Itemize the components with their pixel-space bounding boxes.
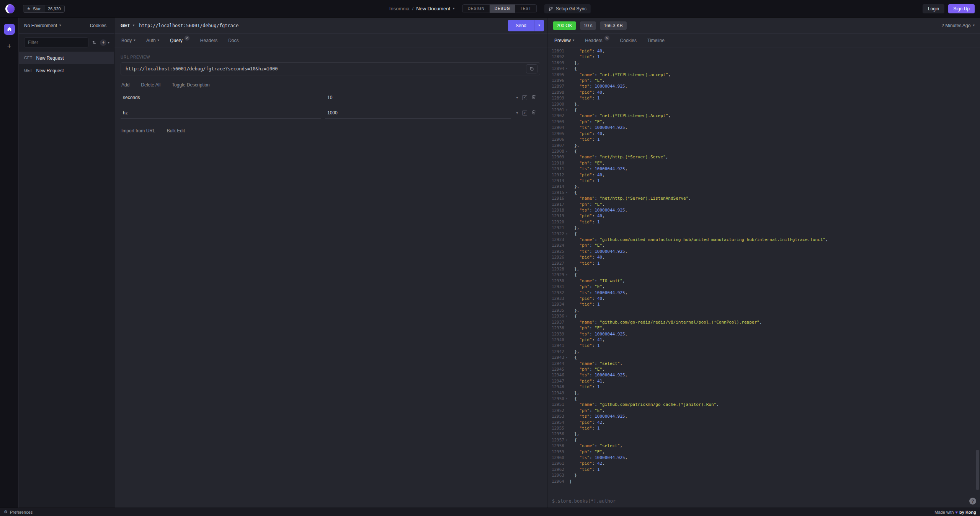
github-star-button[interactable]: ★ Star [23, 5, 44, 12]
cookies-link[interactable]: Cookies [90, 23, 106, 28]
request-list-item[interactable]: GETNew Request [19, 64, 114, 77]
request-method-label: GET [24, 56, 32, 60]
chevron-down-icon: ▾ [973, 24, 975, 27]
request-footer-links: Import from URLBulk Edit [121, 128, 540, 133]
response-filter-bar: ? [547, 494, 980, 508]
param-name-input[interactable]: seconds [121, 92, 321, 103]
plus-icon: + [7, 42, 11, 50]
code-line: 12948 "tid": 1 [547, 384, 980, 390]
chevron-down-icon[interactable]: ▾ [516, 96, 518, 99]
url-preview-box: http://localhost:56001/debug/fgtrace?sec… [121, 62, 540, 75]
insomnia-logo-icon[interactable] [5, 4, 15, 13]
param-enabled-checkbox[interactable]: ✓ [522, 95, 527, 100]
setup-git-sync-button[interactable]: Setup Git Sync [544, 4, 591, 13]
sidebar-filter-input[interactable] [24, 37, 88, 47]
param-value-input[interactable]: 10 [325, 92, 511, 103]
tab-docs[interactable]: Docs [223, 34, 244, 47]
topbar-right: Login Sign Up [923, 4, 975, 13]
mode-tab-design[interactable]: DESIGN [463, 5, 490, 13]
code-line: 12952 "ph": "E", [547, 408, 980, 413]
preferences-button[interactable]: ⚙ Preferences [4, 510, 33, 514]
param-row: hz1000▾✓ [121, 105, 540, 120]
tab-label: Headers [200, 38, 217, 43]
sidebar-filter-row: + ▾ [19, 34, 114, 50]
tab-preview[interactable]: Preview▾ [549, 34, 580, 47]
create-request-button[interactable]: + ▾ [100, 39, 109, 46]
method-selector[interactable]: GET ▾ [114, 23, 139, 28]
url-input[interactable]: http://localhost:56001/debug/fgtrace [139, 23, 505, 28]
mode-tab-debug[interactable]: DEBUG [490, 5, 515, 13]
code-line: 12897 "ts": 10000044.925, [547, 83, 980, 89]
signup-button[interactable]: Sign Up [948, 4, 975, 13]
request-list-item[interactable]: GETNew Request [19, 52, 114, 64]
param-name-input[interactable]: hz [121, 107, 321, 119]
tab-label: Body [121, 38, 132, 43]
star-count[interactable]: 26,320 [44, 5, 64, 12]
tab-label: Docs [228, 38, 238, 43]
request-name: New Request [36, 68, 64, 73]
tab-badge: 2 [185, 36, 189, 41]
history-label: 2 Minutes Ago [941, 23, 970, 28]
chevron-down-icon: ▾ [133, 24, 135, 27]
tab-label: Headers [585, 38, 602, 43]
response-body[interactable]: 12891 "pid": 40,12892 "tid": 112893 },12… [547, 47, 980, 494]
breadcrumb[interactable]: Insomnia / New Document ▾ [389, 6, 455, 11]
tab-headers[interactable]: Headers [195, 34, 223, 47]
tab-body[interactable]: Body▾ [116, 34, 141, 47]
code-line: 12899 "tid": 1 [547, 95, 980, 101]
tab-auth[interactable]: Auth▾ [141, 34, 165, 47]
insomnia-app: ★ Star 26,320 Insomnia / New Document ▾ … [0, 0, 980, 516]
new-item-button[interactable]: + [7, 42, 11, 50]
code-line: 12909 "name": "net/http.(*Server).Serve"… [547, 154, 980, 160]
response-filter-input[interactable] [552, 498, 965, 504]
made-with-kong: Made with ♥ by Kong [934, 510, 976, 514]
code-line: 12931 "ph": "E", [547, 284, 980, 290]
code-line: 12935 }, [547, 308, 980, 313]
filter-help-button[interactable]: ? [969, 498, 976, 505]
code-line: 12906 "tid": 1 [547, 137, 980, 142]
github-star-widget[interactable]: ★ Star 26,320 [23, 5, 65, 13]
param-value-input[interactable]: 1000 [325, 107, 511, 119]
code-line: 12961 "pid": 42, [547, 461, 980, 466]
chevron-down-icon: ▾ [453, 7, 455, 10]
send-button[interactable]: Send [508, 20, 534, 31]
url-preview-label: URL PREVIEW [121, 55, 540, 59]
code-line: 12913 "tid": 1 [547, 178, 980, 184]
response-tabs: Preview▾Headers5CookiesTimeline [547, 34, 980, 47]
login-button[interactable]: Login [923, 4, 944, 13]
delete-param-button[interactable] [531, 94, 536, 101]
param-actions: AddDelete AllToggle Description [121, 82, 540, 88]
code-line: 12930 "name": "IO wait", [547, 278, 980, 284]
home-button[interactable] [4, 24, 15, 35]
environment-selector[interactable]: No Environment ▾ [24, 23, 61, 28]
code-line: 12955 "tid": 1 [547, 425, 980, 431]
param-enabled-checkbox[interactable]: ✓ [522, 111, 527, 116]
sidebar: No Environment ▾ Cookies + ▾ GETNew Requ… [19, 18, 114, 508]
action-bulk-edit[interactable]: Bulk Edit [167, 128, 185, 133]
action-add[interactable]: Add [121, 82, 129, 88]
code-line: 12914 }, [547, 184, 980, 189]
star-label: Star [33, 7, 41, 11]
chevron-down-icon: ▾ [59, 24, 61, 27]
copy-url-button[interactable] [526, 64, 537, 73]
tab-timeline[interactable]: Timeline [642, 34, 670, 47]
delete-param-button[interactable] [531, 109, 536, 116]
action-delete-all[interactable]: Delete All [141, 82, 160, 88]
response-history-dropdown[interactable]: 2 Minutes Ago ▾ [941, 23, 975, 28]
response-scrollbar[interactable] [976, 450, 979, 490]
tab-cookies[interactable]: Cookies [615, 34, 642, 47]
action-toggle-description[interactable]: Toggle Description [172, 82, 210, 88]
mode-tab-test[interactable]: TEST [515, 5, 537, 13]
tab-label: Auth [146, 38, 156, 43]
code-line: 12920 "tid": 1 [547, 219, 980, 225]
send-options-button[interactable]: ▾ [534, 20, 544, 31]
chevron-down-icon[interactable]: ▾ [516, 111, 518, 115]
action-import-from-url[interactable]: Import from URL [121, 128, 155, 133]
param-controls: ▾✓ [511, 109, 540, 116]
tab-query[interactable]: Query2 [165, 34, 195, 47]
response-status-row: 200 OK 10 s 166.3 KB 2 Minutes Ago ▾ [547, 18, 980, 34]
tab-headers[interactable]: Headers5 [580, 34, 614, 47]
tab-label: Timeline [647, 38, 665, 43]
heart-icon: ♥ [955, 510, 958, 514]
sort-button[interactable] [92, 40, 96, 45]
